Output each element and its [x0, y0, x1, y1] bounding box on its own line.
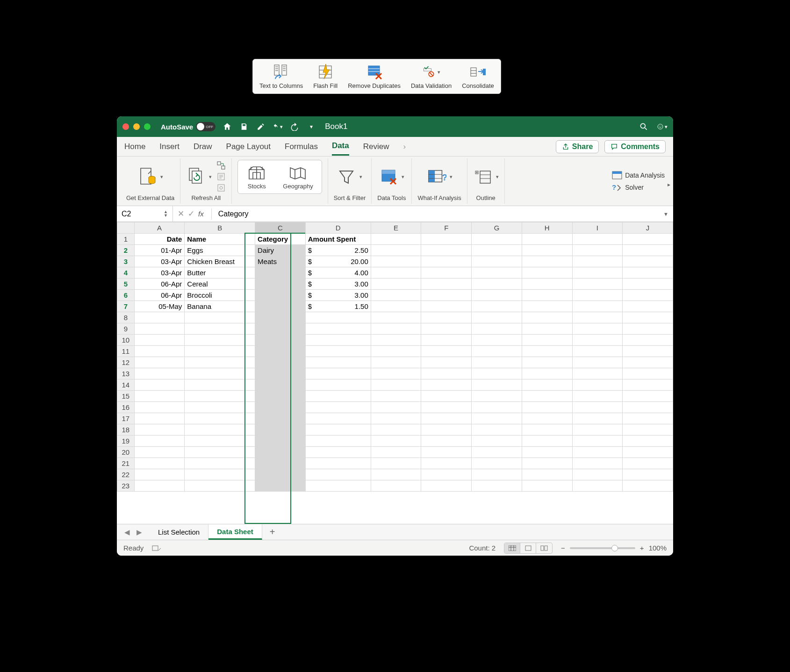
row-header[interactable]: 8 [117, 312, 135, 323]
cancel-formula-icon[interactable]: ✕ [178, 209, 184, 219]
cell-C9[interactable] [255, 323, 306, 335]
cell-A16[interactable] [134, 402, 185, 413]
cell-H22[interactable] [522, 469, 572, 480]
cell-F12[interactable] [421, 357, 472, 368]
cell-I4[interactable] [572, 267, 623, 279]
row-header[interactable]: 15 [117, 391, 135, 402]
cell-H5[interactable] [522, 279, 572, 290]
cell-D9[interactable] [305, 323, 371, 335]
cell-B11[interactable] [185, 346, 255, 357]
cell-J20[interactable] [623, 447, 673, 458]
cell-I7[interactable] [572, 301, 623, 312]
cell-D19[interactable] [305, 436, 371, 447]
cell-B19[interactable] [185, 436, 255, 447]
select-all-cell[interactable] [117, 222, 135, 234]
cell-C5[interactable] [255, 279, 306, 290]
column-header-I[interactable]: I [572, 222, 623, 234]
ribbon-refresh-all[interactable]: ▾ Refresh All [180, 158, 232, 204]
cell-D15[interactable] [305, 391, 371, 402]
cell-G9[interactable] [472, 323, 522, 335]
column-header-E[interactable]: E [371, 222, 421, 234]
cell-D17[interactable] [305, 413, 371, 424]
cell-I22[interactable] [572, 469, 623, 480]
cell-B17[interactable] [185, 413, 255, 424]
accessibility-icon[interactable] [152, 544, 161, 552]
cell-I6[interactable] [572, 290, 623, 301]
cell-A21[interactable] [134, 458, 185, 469]
cell-H2[interactable] [522, 245, 572, 256]
edit-icon[interactable] [256, 122, 266, 132]
cell-I1[interactable] [572, 234, 623, 245]
cell-H3[interactable] [522, 256, 572, 267]
cell-H9[interactable] [522, 323, 572, 335]
cell-E18[interactable] [371, 424, 421, 436]
tab-insert[interactable]: Insert [159, 138, 180, 155]
row-header[interactable]: 22 [117, 469, 135, 480]
cell-G15[interactable] [472, 391, 522, 402]
cell-H12[interactable] [522, 357, 572, 368]
row-header[interactable]: 16 [117, 402, 135, 413]
ribbon-whatif[interactable]: ?▾ What-If Analysis [412, 158, 467, 204]
cell-C1[interactable]: Category [255, 234, 306, 245]
cell-E14[interactable] [371, 379, 421, 391]
cell-H7[interactable] [522, 301, 572, 312]
row-header[interactable]: 14 [117, 379, 135, 391]
cell-C3[interactable]: Meats [255, 256, 306, 267]
cell-F4[interactable] [421, 267, 472, 279]
cell-E20[interactable] [371, 447, 421, 458]
edit-links-icon[interactable] [216, 183, 226, 193]
row-header[interactable]: 7 [117, 301, 135, 312]
cell-I18[interactable] [572, 424, 623, 436]
cell-I20[interactable] [572, 447, 623, 458]
cell-F22[interactable] [421, 469, 472, 480]
cell-H18[interactable] [522, 424, 572, 436]
cell-G5[interactable] [472, 279, 522, 290]
fx-icon[interactable]: fx [198, 210, 204, 218]
row-header[interactable]: 23 [117, 480, 135, 492]
cell-E17[interactable] [371, 413, 421, 424]
cell-D5[interactable]: $3.00 [305, 279, 371, 290]
cell-E15[interactable] [371, 391, 421, 402]
cell-G8[interactable] [472, 312, 522, 323]
ribbon-get-external-data[interactable]: ▾ Get External Data [121, 158, 180, 204]
cell-A1[interactable]: Date [134, 234, 185, 245]
cell-A9[interactable] [134, 323, 185, 335]
row-header[interactable]: 9 [117, 323, 135, 335]
tabs-overflow-icon[interactable]: › [403, 138, 406, 155]
cell-J1[interactable] [623, 234, 673, 245]
row-header[interactable]: 19 [117, 436, 135, 447]
ribbon-outline[interactable]: ▾ Outline [467, 158, 505, 204]
cell-A4[interactable]: 03-Apr [134, 267, 185, 279]
column-header-B[interactable]: B [185, 222, 255, 234]
cell-E22[interactable] [371, 469, 421, 480]
search-icon[interactable] [639, 122, 649, 132]
tab-formulas[interactable]: Formulas [285, 138, 318, 155]
cell-I23[interactable] [572, 480, 623, 492]
zoom-slider[interactable] [570, 547, 635, 549]
cell-H8[interactable] [522, 312, 572, 323]
row-header[interactable]: 10 [117, 335, 135, 346]
cell-A14[interactable] [134, 379, 185, 391]
cell-H13[interactable] [522, 368, 572, 379]
cell-G13[interactable] [472, 368, 522, 379]
undo-icon[interactable]: ▾ [273, 122, 283, 132]
cell-G11[interactable] [472, 346, 522, 357]
cell-E10[interactable] [371, 335, 421, 346]
cell-A19[interactable] [134, 436, 185, 447]
cell-J14[interactable] [623, 379, 673, 391]
cell-H17[interactable] [522, 413, 572, 424]
cell-C15[interactable] [255, 391, 306, 402]
autosave-toggle[interactable]: AutoSave OFF [161, 122, 215, 131]
cell-A5[interactable]: 06-Apr [134, 279, 185, 290]
cell-F10[interactable] [421, 335, 472, 346]
cell-A2[interactable]: 01-Apr [134, 245, 185, 256]
cell-J16[interactable] [623, 402, 673, 413]
cell-C8[interactable] [255, 312, 306, 323]
cell-F8[interactable] [421, 312, 472, 323]
cell-J7[interactable] [623, 301, 673, 312]
data-analysis-button[interactable]: Data Analysis [612, 171, 665, 179]
cell-C14[interactable] [255, 379, 306, 391]
cell-C17[interactable] [255, 413, 306, 424]
cell-C18[interactable] [255, 424, 306, 436]
cell-F11[interactable] [421, 346, 472, 357]
